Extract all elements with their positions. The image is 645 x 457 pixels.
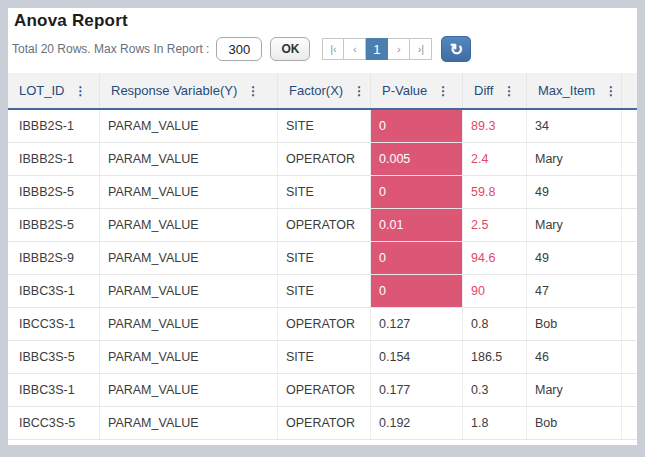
toolbar: Total 20 Rows. Max Rows In Report : OK |… [8,35,637,69]
column-label: P-Value [382,83,427,98]
cell-diff: 0.3 [463,374,527,406]
cell-factor: OPERATOR [278,209,371,241]
cell-clipped [622,209,637,241]
next-page-icon[interactable]: › [388,38,410,60]
cell-clipped [622,407,637,439]
cell-diff: 90 [463,275,527,307]
column-header-max-item[interactable]: Max_Item ⋮ [527,73,622,108]
cell-diff: 1.8 [463,407,527,439]
cell-lot-id: IBCC3S-1 [8,308,100,340]
table-row[interactable]: IBCC3S-1 PARAM_VALUE OPERATOR 0.127 0.8 … [8,308,637,341]
cell-lot-id: IBBB2S-9 [8,242,100,274]
cell-factor: SITE [278,176,371,208]
column-menu-icon[interactable]: ⋮ [247,84,259,98]
column-header-lot-id[interactable]: LOT_ID ⋮ [8,73,100,108]
column-header-factor[interactable]: Factor(X) ⋮ [278,73,371,108]
page-title: Anova Report [8,8,637,35]
cell-response-variable: PARAM_VALUE [100,308,278,340]
cell-clipped [622,143,637,175]
cell-max-item: 49 [527,242,622,274]
cell-diff: 0.8 [463,308,527,340]
first-page-icon[interactable]: |‹ [322,38,344,60]
cell-p-value: 0.154 [371,341,463,373]
report-frame: Anova Report Total 20 Rows. Max Rows In … [0,0,645,457]
cell-max-item: Mary [527,374,622,406]
current-page-button[interactable]: 1 [366,38,388,60]
table-row[interactable]: IBBB2S-1 PARAM_VALUE OPERATOR 0.005 2.4 … [8,143,637,176]
cell-lot-id: IBBC3S-1 [8,275,100,307]
cell-response-variable: PARAM_VALUE [100,176,278,208]
cell-max-item: 34 [527,110,622,142]
table-row[interactable]: IBCC3S-5 PARAM_VALUE OPERATOR 0.192 1.8 … [8,407,637,440]
ok-button[interactable]: OK [270,37,310,61]
cell-max-item: 46 [527,341,622,373]
rows-summary-label: Total 20 Rows. Max Rows In Report : [12,42,209,56]
cell-p-value: 0 [371,242,463,274]
cell-factor: SITE [278,275,371,307]
anova-table: LOT_ID ⋮ Response Variable(Y) ⋮ Factor(X… [8,73,637,445]
cell-factor: OPERATOR [278,374,371,406]
cell-response-variable: PARAM_VALUE [100,407,278,439]
cell-clipped [622,341,637,373]
table-row[interactable]: IBBB2S-1 PARAM_VALUE SITE 0 89.3 34 [8,110,637,143]
cell-diff: 2.4 [463,143,527,175]
table-row[interactable]: IBBC3S-5 PARAM_VALUE SITE 0.154 186.5 46 [8,341,637,374]
table-row[interactable]: IBBB2S-5 PARAM_VALUE OPERATOR 0.01 2.5 M… [8,209,637,242]
cell-p-value: 0.127 [371,308,463,340]
report-panel: Anova Report Total 20 Rows. Max Rows In … [8,8,637,445]
cell-lot-id: IBBB2S-1 [8,110,100,142]
table-body: IBBB2S-1 PARAM_VALUE SITE 0 89.3 34 IBBB… [8,110,637,445]
cell-response-variable: PARAM_VALUE [100,242,278,274]
table-row[interactable]: IBBC3S-1 PARAM_VALUE SITE 0 90 47 [8,275,637,308]
refresh-icon: ↻ [450,40,463,59]
cell-factor: OPERATOR [278,143,371,175]
column-header-p-value[interactable]: P-Value ⋮ [371,73,463,108]
cell-factor: OPERATOR [278,407,371,439]
prev-page-icon[interactable]: ‹ [344,38,366,60]
column-menu-icon[interactable]: ⋮ [503,84,515,98]
cell-clipped [622,308,637,340]
column-label: Max_Item [538,83,595,98]
cell-clipped [622,176,637,208]
cell-factor: SITE [278,341,371,373]
column-label: LOT_ID [19,83,65,98]
column-label: Diff [474,83,493,98]
cell-p-value: 0 [371,110,463,142]
cell-response-variable: PARAM_VALUE [100,374,278,406]
column-label: Response Variable(Y) [111,83,237,98]
cell-lot-id: IBCC3S-5 [8,407,100,439]
max-rows-input[interactable] [216,37,262,61]
column-header-response-variable[interactable]: Response Variable(Y) ⋮ [100,73,278,108]
cell-factor: SITE [278,110,371,142]
cell-clipped [622,275,637,307]
column-header-diff[interactable]: Diff ⋮ [463,73,527,108]
cell-response-variable: PARAM_VALUE [100,341,278,373]
cell-lot-id: IBBB2S-5 [8,176,100,208]
cell-p-value: 0.177 [371,374,463,406]
column-menu-icon[interactable]: ⋮ [75,84,87,98]
cell-max-item: 47 [527,275,622,307]
cell-response-variable: PARAM_VALUE [100,275,278,307]
cell-response-variable: PARAM_VALUE [100,143,278,175]
pagination: |‹ ‹ 1 › ›| [322,38,432,60]
table-row[interactable]: IBBC3S-1 PARAM_VALUE OPERATOR 0.177 0.3 … [8,374,637,407]
cell-p-value: 0.005 [371,143,463,175]
table-row[interactable]: IBBB2S-9 PARAM_VALUE SITE 0 94.6 49 [8,242,637,275]
refresh-button[interactable]: ↻ [441,36,471,62]
cell-max-item: Bob [527,407,622,439]
table-row[interactable]: IBBB2S-5 PARAM_VALUE SITE 0 59.8 49 [8,176,637,209]
cell-p-value: 0.192 [371,407,463,439]
column-menu-icon[interactable]: ⋮ [437,84,449,98]
cell-max-item: 49 [527,176,622,208]
cell-clipped [622,242,637,274]
cell-factor: OPERATOR [278,308,371,340]
cell-max-item: Mary [527,209,622,241]
cell-lot-id: IBBB2S-5 [8,209,100,241]
column-menu-icon[interactable]: ⋮ [353,84,365,98]
cell-diff: 94.6 [463,242,527,274]
cell-diff: 2.5 [463,209,527,241]
last-page-icon[interactable]: ›| [410,38,432,60]
cell-max-item: Mary [527,143,622,175]
column-menu-icon[interactable]: ⋮ [605,84,617,98]
cell-diff: 186.5 [463,341,527,373]
